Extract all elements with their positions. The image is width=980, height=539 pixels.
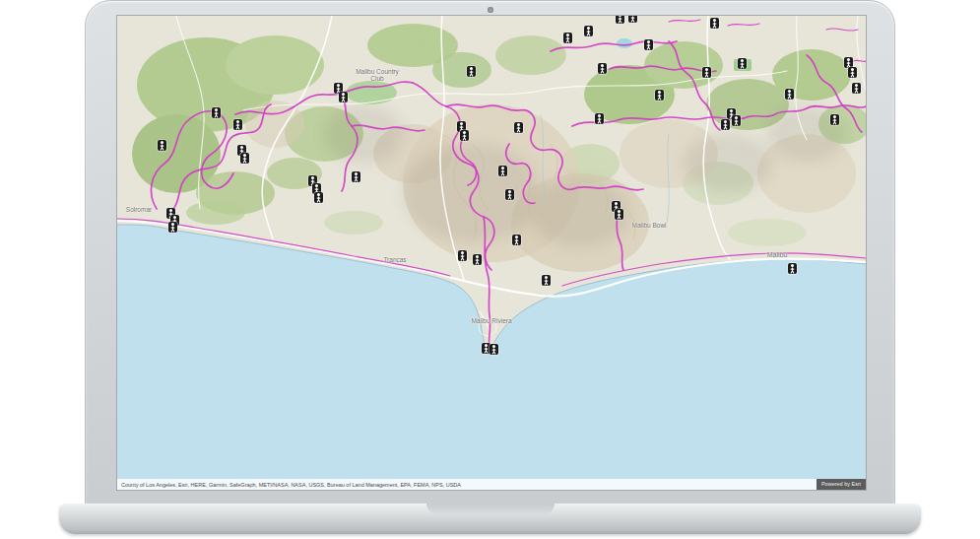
trail-marker[interactable]: [542, 275, 551, 286]
hiker-icon: [785, 89, 794, 100]
trail-marker[interactable]: [710, 18, 719, 29]
laptop-base-notch: [426, 504, 555, 514]
hiker-icon: [616, 15, 624, 24]
hiker-icon: [512, 235, 521, 245]
trail-marker[interactable]: [848, 67, 857, 78]
laptop-mockup: Malibu Country ClubSolromarTrancasMalibu…: [0, 0, 980, 539]
trail-marker[interactable]: [352, 171, 360, 182]
trail-marker[interactable]: [458, 250, 467, 261]
trail-marker[interactable]: [563, 33, 572, 43]
trail-marker[interactable]: [598, 63, 607, 74]
hiker-icon: [505, 189, 514, 200]
trail-marker[interactable]: [233, 119, 242, 130]
trail-marker[interactable]: [490, 344, 498, 355]
trail-marker[interactable]: [505, 189, 514, 200]
hiker-icon: [721, 119, 730, 130]
hiker-icon: [158, 140, 166, 151]
trail-marker[interactable]: [644, 39, 653, 50]
hiker-icon: [702, 67, 711, 78]
hiker-icon: [848, 67, 857, 78]
trail-marker[interactable]: [467, 66, 476, 77]
trail-marker[interactable]: [498, 166, 507, 176]
hiker-icon: [644, 39, 653, 50]
trail-marker[interactable]: [158, 140, 166, 151]
trail-marker[interactable]: [721, 119, 730, 130]
trail-marker[interactable]: [314, 192, 323, 203]
hiker-icon: [168, 222, 177, 233]
hiker-icon: [563, 33, 572, 43]
hiker-icon: [460, 130, 469, 141]
trail-marker[interactable]: [168, 222, 177, 233]
trail-marker[interactable]: [595, 113, 604, 124]
hiker-icon: [598, 63, 607, 74]
hiker-icon: [584, 26, 593, 36]
hiker-icon: [314, 192, 323, 203]
trail-marker[interactable]: [655, 90, 664, 101]
hiker-icon: [732, 115, 741, 126]
trail-marker[interactable]: [628, 15, 637, 23]
hiker-icon: [490, 344, 498, 355]
hiker-icon: [498, 166, 507, 176]
trail-marker[interactable]: [240, 153, 249, 164]
powered-by-esri[interactable]: Powered by Esri: [817, 479, 866, 490]
trail-marker[interactable]: [830, 114, 839, 125]
hiker-icon: [240, 153, 249, 164]
map-canvas[interactable]: Malibu Country ClubSolromarTrancasMalibu…: [117, 16, 866, 490]
hiker-icon: [852, 83, 861, 94]
trail-marker[interactable]: [788, 263, 797, 274]
hiker-icon: [473, 254, 482, 265]
trail-marker[interactable]: [339, 92, 348, 102]
trail-marker[interactable]: [512, 235, 521, 245]
hiker-icon: [738, 58, 747, 69]
hiker-icon: [233, 119, 242, 130]
hiker-icon: [615, 209, 623, 220]
hiker-icon: [212, 107, 221, 118]
map-screen: Malibu Country ClubSolromarTrancasMalibu…: [116, 15, 867, 491]
hiker-icon: [655, 90, 664, 101]
trail-marker[interactable]: [473, 254, 482, 265]
attribution-text: County of Los Angeles, Esri, HERE, Garmi…: [117, 482, 465, 488]
hiker-icon: [339, 92, 348, 102]
trail-marker[interactable]: [738, 58, 747, 69]
trail-marker[interactable]: [460, 130, 469, 141]
trail-marker[interactable]: [732, 115, 741, 126]
attribution-bar: County of Los Angeles, Esri, HERE, Garmi…: [117, 479, 866, 490]
camera-icon: [488, 7, 493, 13]
trail-marker[interactable]: [785, 89, 794, 100]
hiker-icon: [710, 18, 719, 29]
hiker-icon: [352, 171, 360, 182]
trail-marker[interactable]: [584, 26, 593, 36]
terrain-svg: [117, 16, 866, 490]
laptop-base: [59, 504, 921, 534]
trail-marker[interactable]: [212, 107, 221, 118]
hiker-icon: [458, 250, 467, 261]
trail-marker[interactable]: [852, 83, 861, 94]
hiker-icon: [628, 15, 637, 23]
hiker-icon: [467, 66, 476, 77]
hiker-icon: [830, 114, 839, 125]
trail-marker[interactable]: [702, 67, 711, 78]
trail-marker[interactable]: [616, 15, 624, 24]
hiker-icon: [514, 122, 523, 133]
trail-marker[interactable]: [615, 209, 623, 220]
trail-marker[interactable]: [514, 122, 523, 133]
hiker-icon: [788, 263, 797, 274]
hiker-icon: [542, 275, 551, 286]
hiker-icon: [595, 113, 604, 124]
